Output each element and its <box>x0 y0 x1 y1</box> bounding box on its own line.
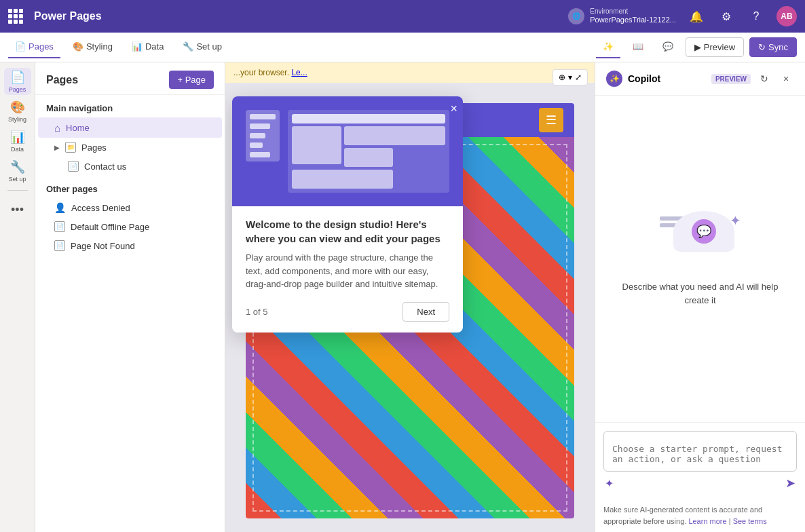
sync-button[interactable]: ↻ Sync <box>749 37 797 57</box>
pages-nav-label: Pages <box>9 86 26 93</box>
book-icon-tab[interactable]: 📖 <box>626 36 650 58</box>
page-icon-contact: 📄 <box>68 161 79 172</box>
home-icon: ⌂ <box>54 122 60 134</box>
data-nav-icon: 📊 <box>10 130 25 145</box>
settings-icon[interactable]: ⚙ <box>717 7 736 26</box>
home-label: Home <box>66 123 194 133</box>
environment-name: PowerPagesTrial-12122... <box>590 15 676 24</box>
preview-icon: ▶ <box>694 42 701 52</box>
pages-nav-icon: 📄 <box>10 70 25 85</box>
copilot-input-box[interactable] <box>603 431 797 472</box>
copilot-header: ✨ Copilot PREVIEW ↻ × <box>595 62 805 96</box>
nav-item-not-found[interactable]: 📄 Page Not Found <box>38 236 222 255</box>
styling-nav-icon: 🎨 <box>10 100 25 115</box>
copilot-learn-more-link[interactable]: Learn more <box>688 517 726 525</box>
sidebar-item-pages[interactable]: 📄 Pages <box>4 68 31 95</box>
icon-sidebar: 📄 Pages 🎨 Styling 📊 Data 🔧 Set up ••• <box>0 62 35 532</box>
environment-info: Environment PowerPagesTrial-12122... <box>590 7 676 24</box>
setup-nav-icon: 🔧 <box>10 159 25 174</box>
toolbar2: 📄 Pages 🎨 Styling 📊 Data 🔧 Set up ✨ 📖 💬 … <box>0 33 805 62</box>
popup-close-button[interactable]: × <box>450 102 457 116</box>
copilot-description: Describe what you need and AI will help … <box>612 280 789 307</box>
popup-body: Welcome to the design studio! Here's whe… <box>232 206 463 332</box>
copilot-chat-icon: 💬 <box>692 219 716 244</box>
pages-icon: 📄 <box>15 41 26 52</box>
tab-styling[interactable]: 🎨 Styling <box>66 36 119 58</box>
apps-icon[interactable] <box>8 9 23 24</box>
tab-data[interactable]: 📊 Data <box>125 36 170 58</box>
copilot-input[interactable] <box>612 444 788 464</box>
mock-row-2 <box>250 124 270 129</box>
add-page-button[interactable]: + Page <box>169 71 214 89</box>
sidebar-item-styling[interactable]: 🎨 Styling <box>4 98 31 125</box>
page-icon-not-found: 📄 <box>54 240 65 251</box>
notification-icon[interactable]: 🔔 <box>687 7 706 26</box>
avatar[interactable]: AB <box>776 6 797 26</box>
sync-icon: ↻ <box>758 42 766 52</box>
sidebar-item-data[interactable]: 📊 Data <box>4 128 31 155</box>
preview-label: Preview <box>704 42 735 52</box>
popup-title: Welcome to the design studio! Here's whe… <box>246 217 449 246</box>
preview-button[interactable]: ▶ Preview <box>686 37 744 57</box>
mock-block-tall <box>292 126 341 164</box>
page-icon-offline: 📄 <box>54 221 65 232</box>
mock-header <box>292 114 445 124</box>
help-icon[interactable]: ? <box>747 7 766 26</box>
environment-label: Environment <box>590 7 676 15</box>
popup-counter: 1 of 5 <box>246 307 268 317</box>
browser-notice-text: ...your browser. Le... <box>233 68 307 77</box>
hamburger-button[interactable]: ☰ <box>539 108 563 132</box>
tab-styling-label: Styling <box>86 41 113 52</box>
nav-item-contact[interactable]: 📄 Contact us <box>38 157 222 176</box>
person-page-icon: 👤 <box>54 202 66 213</box>
mock-row-4 <box>250 142 263 148</box>
nav-item-access-denied[interactable]: 👤 Access Denied <box>38 198 222 217</box>
copilot-tab[interactable]: ✨ <box>596 36 620 58</box>
copilot-spark-icon[interactable]: ✦ <box>605 477 614 490</box>
nav-item-home[interactable]: ⌂ Home ••• <box>38 117 222 138</box>
welcome-popup: × Welco <box>232 96 463 332</box>
zoom-in-icon[interactable]: ⊕ <box>559 73 565 82</box>
copilot-send-button[interactable]: ➤ <box>785 476 795 491</box>
popup-next-button[interactable]: Next <box>402 302 449 322</box>
sidebar-mock <box>246 110 280 162</box>
copilot-close-icon[interactable]: × <box>778 71 794 87</box>
copilot-icon: ✨ <box>603 41 614 52</box>
copilot-footer: Make sure AI-generated content is accura… <box>595 499 805 532</box>
zoom-level: ▾ <box>568 73 572 82</box>
browser-notice: ...your browser. Le... × <box>225 62 595 83</box>
canvas-mock <box>288 110 449 193</box>
copilot-sparkle-icon: ✦ <box>730 212 741 229</box>
sidebar-divider <box>7 190 28 191</box>
copilot-send-row: ✦ ➤ <box>603 476 797 491</box>
copilot-refresh-icon[interactable]: ↻ <box>756 71 772 87</box>
popup-preview: × <box>232 96 463 206</box>
mock-block-sm1 <box>344 148 394 167</box>
not-found-label: Page Not Found <box>71 241 211 251</box>
copilot-cloud: 💬 <box>673 211 734 252</box>
environment-block[interactable]: 🌐 Environment PowerPagesTrial-12122... <box>568 7 676 24</box>
mock-row-5 <box>250 152 270 157</box>
mock-block-wide <box>344 126 445 145</box>
copilot-graphic: 💬 ✦ <box>660 211 741 272</box>
sidebar-item-setup[interactable]: 🔧 Set up <box>4 157 31 185</box>
tab-data-label: Data <box>145 41 164 52</box>
sidebar-item-more[interactable]: ••• <box>4 196 31 223</box>
styling-nav-label: Styling <box>8 116 26 123</box>
expand-icon[interactable]: ▶ <box>54 144 60 151</box>
tab-setup[interactable]: 🔧 Set up <box>176 36 229 58</box>
copilot-see-terms-link[interactable]: See terms <box>733 517 767 525</box>
comment-tab[interactable]: 💬 <box>656 36 680 58</box>
mock-row-3 <box>250 133 265 138</box>
nav-item-offline[interactable]: 📄 Default Offline Page <box>38 217 222 236</box>
browser-notice-link[interactable]: Le... <box>291 68 307 77</box>
styling-icon: 🎨 <box>73 41 83 52</box>
pages-panel-title: Pages <box>46 74 78 86</box>
data-icon: 📊 <box>132 41 143 52</box>
nav-item-pages-folder[interactable]: ▶ 📁 Pages <box>38 138 222 157</box>
popup-footer: 1 of 5 Next <box>246 302 449 322</box>
tab-pages[interactable]: 📄 Pages <box>8 36 60 58</box>
app-title: Power Pages <box>34 10 560 22</box>
expand-icon[interactable]: ⤢ <box>575 73 582 82</box>
comment-icon: 💬 <box>662 41 673 52</box>
